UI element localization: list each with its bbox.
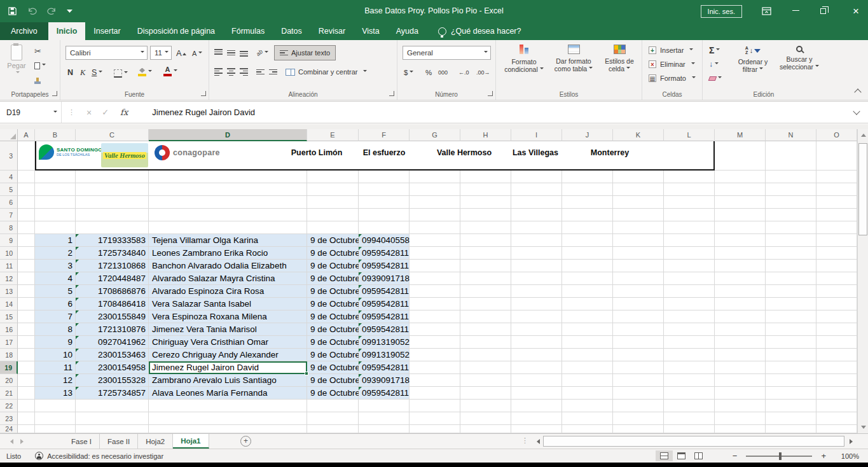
cut-button[interactable]: ✂ bbox=[34, 46, 41, 57]
cell-B14[interactable]: 6 bbox=[35, 298, 76, 310]
column-header-E[interactable]: E bbox=[307, 129, 359, 141]
cell-B17[interactable]: 9 bbox=[35, 336, 76, 349]
cell-E12[interactable]: 9 de Octubre bbox=[307, 272, 359, 285]
select-all-button[interactable] bbox=[0, 129, 18, 141]
expand-formula-bar-icon[interactable] bbox=[853, 108, 860, 115]
row-header-19[interactable]: 19 bbox=[0, 361, 18, 374]
row-header-6[interactable]: 6 bbox=[0, 196, 18, 209]
font-size-select[interactable]: 11 bbox=[150, 46, 172, 60]
clear-button[interactable] bbox=[709, 73, 722, 84]
cell-D17[interactable]: Chiriguay Vera Cristhian Omar bbox=[149, 336, 307, 349]
row-header-11[interactable]: 11 bbox=[0, 260, 18, 272]
align-top-button[interactable] bbox=[214, 47, 223, 59]
copy-button[interactable] bbox=[34, 60, 46, 71]
zoom-in-button[interactable]: + bbox=[821, 451, 826, 461]
row-header-7[interactable]: 7 bbox=[0, 209, 18, 221]
row-header-5[interactable]: 5 bbox=[0, 183, 18, 196]
row-header-8[interactable]: 8 bbox=[0, 221, 18, 234]
cell-B15[interactable]: 7 bbox=[35, 310, 76, 323]
column-header-B[interactable]: B bbox=[35, 129, 76, 141]
cell-D21[interactable]: Alava Leones María Fernanda bbox=[149, 387, 307, 400]
delete-cells-button[interactable]: × Eliminar bbox=[649, 58, 695, 71]
tab-datos[interactable]: Datos bbox=[273, 22, 310, 40]
hscroll-right-icon[interactable] bbox=[850, 439, 855, 444]
tab-ayuda[interactable]: Ayuda bbox=[388, 22, 427, 40]
cell-E19[interactable]: 9 de Octubre bbox=[307, 361, 359, 374]
decrease-font-button[interactable]: A bbox=[192, 48, 202, 59]
paste-button[interactable]: Pegar bbox=[3, 43, 30, 90]
row-header-23[interactable]: 23 bbox=[0, 412, 18, 425]
bold-button[interactable]: N bbox=[67, 67, 73, 78]
cell-F18[interactable]: 0991319052 bbox=[359, 349, 410, 361]
font-name-select[interactable]: Calibri bbox=[65, 46, 148, 60]
customize-quick-access-icon[interactable] bbox=[67, 10, 72, 13]
cell-D18[interactable]: Cerezo Chriguay Andy Alexander bbox=[149, 349, 307, 361]
cell-F17[interactable]: 0991319052 bbox=[359, 336, 410, 349]
fill-color-button[interactable] bbox=[138, 66, 152, 78]
cell-D10[interactable]: Leones Zambrano Erika Rocio bbox=[149, 247, 307, 260]
cell-B21[interactable]: 13 bbox=[35, 387, 76, 400]
hscroll-left-icon[interactable] bbox=[534, 439, 540, 444]
underline-button[interactable]: S bbox=[92, 67, 102, 78]
cell-F19[interactable]: 0959542811 bbox=[359, 361, 410, 374]
number-format-select[interactable]: General bbox=[403, 46, 491, 60]
cell-D19[interactable]: Jimenez Rugel Jairon David bbox=[149, 361, 307, 374]
cell-D13[interactable]: Alvarado Espinoza Cira Rosa bbox=[149, 285, 307, 298]
align-middle-button[interactable] bbox=[227, 47, 235, 59]
font-color-button[interactable]: A bbox=[163, 66, 177, 77]
sign-in-button[interactable]: Inic. ses. bbox=[701, 5, 742, 18]
column-header-A[interactable]: A bbox=[18, 129, 35, 141]
align-left-button[interactable] bbox=[214, 66, 223, 78]
wrap-text-button[interactable]: Ajustar texto bbox=[274, 45, 336, 60]
tab-insertar[interactable]: Insertar bbox=[85, 22, 128, 40]
cell-D12[interactable]: Alvarado Salazar Mayra Cristina bbox=[149, 272, 307, 285]
cell-D9[interactable]: Tejena Villamar Olga Karina bbox=[149, 234, 307, 247]
align-bottom-button[interactable] bbox=[240, 47, 248, 59]
italic-button[interactable]: K bbox=[80, 67, 85, 78]
save-icon[interactable] bbox=[8, 6, 17, 16]
row-header-12[interactable]: 12 bbox=[0, 272, 18, 285]
redo-icon[interactable] bbox=[47, 7, 57, 15]
insert-function-icon[interactable]: fx bbox=[120, 108, 128, 117]
portapapeles-dialog-launcher-icon[interactable] bbox=[52, 91, 57, 96]
column-header-C[interactable]: C bbox=[76, 129, 149, 141]
cell-B18[interactable]: 10 bbox=[35, 349, 76, 361]
fill-handle[interactable] bbox=[305, 372, 308, 375]
align-right-button[interactable] bbox=[240, 66, 248, 78]
horizontal-scrollbar-thumb[interactable] bbox=[543, 436, 844, 447]
row-header-20[interactable]: 20 bbox=[0, 374, 18, 387]
cell-C10[interactable]: 1725734840 bbox=[76, 247, 149, 260]
cell-F16[interactable]: 0959542811 bbox=[359, 323, 410, 336]
cell-F9[interactable]: 0994040558 bbox=[359, 234, 410, 247]
tab-bar-splitter[interactable]: ⋮ bbox=[521, 436, 528, 445]
fuente-dialog-launcher-icon[interactable] bbox=[201, 91, 206, 96]
zoom-level[interactable]: 100% bbox=[836, 452, 859, 460]
cell-E15[interactable]: 9 de Octubre bbox=[307, 310, 359, 323]
zoom-slider-thumb[interactable] bbox=[779, 452, 782, 460]
new-sheet-button[interactable]: + bbox=[240, 436, 251, 447]
format-cells-button[interactable]: ▦ Formato bbox=[649, 72, 696, 85]
cell-D11[interactable]: Banchon Alvarado Odalia Elizabeth bbox=[149, 260, 307, 272]
column-header-I[interactable]: I bbox=[511, 129, 562, 141]
sheet-tab-fase-ii[interactable]: Fase II bbox=[100, 434, 138, 449]
cell-B10[interactable]: 2 bbox=[35, 247, 76, 260]
cell-C13[interactable]: 1708686876 bbox=[76, 285, 149, 298]
cell-E10[interactable]: 9 de Octubre bbox=[307, 247, 359, 260]
tell-me-box[interactable]: ¿Qué desea hacer? bbox=[438, 22, 521, 40]
column-header-M[interactable]: M bbox=[715, 129, 766, 141]
cell-F10[interactable]: 0959542811 bbox=[359, 247, 410, 260]
cell-C17[interactable]: 0927041962 bbox=[76, 336, 149, 349]
vertical-scrollbar-thumb[interactable] bbox=[858, 143, 867, 235]
previous-sheet-icon[interactable] bbox=[8, 439, 13, 444]
vertical-scrollbar[interactable] bbox=[857, 129, 868, 433]
ribbon-display-options-icon[interactable] bbox=[762, 6, 771, 18]
tab-inicio[interactable]: Inicio bbox=[48, 22, 86, 40]
conditional-formatting-button[interactable]: Formatocondicional bbox=[500, 43, 548, 88]
format-as-table-button[interactable]: Dar formatocomo tabla bbox=[551, 43, 596, 88]
borders-button[interactable] bbox=[114, 67, 128, 79]
header-banner[interactable]: SANTO DOMINGO DE LOS TSÁCHILAS Valle Her… bbox=[35, 141, 715, 171]
cell-styles-button[interactable]: Estilos decelda bbox=[599, 43, 640, 88]
orientation-button[interactable]: ab bbox=[256, 47, 268, 59]
column-header-L[interactable]: L bbox=[664, 129, 715, 141]
cell-E13[interactable]: 9 de Octubre bbox=[307, 285, 359, 298]
